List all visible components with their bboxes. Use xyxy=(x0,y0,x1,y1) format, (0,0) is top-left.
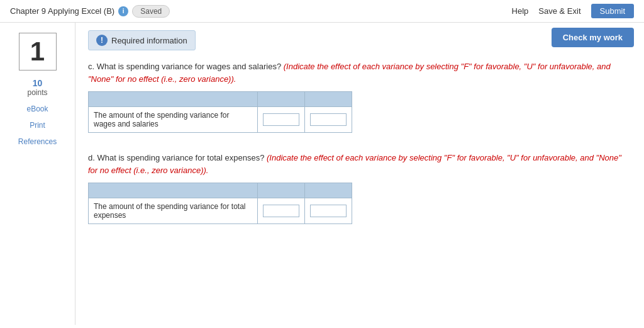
points-number: 10 xyxy=(27,78,47,88)
required-text: Required information xyxy=(111,36,187,45)
exclamation-icon: ! xyxy=(96,35,108,46)
question-number: 1 xyxy=(30,37,45,67)
question-d-section: d. What is spending variance for total e… xyxy=(88,152,631,224)
top-bar-left: Chapter 9 Applying Excel (B) i Saved xyxy=(10,5,170,18)
input-d-1[interactable] xyxy=(263,205,299,217)
row-label-c: The amount of the spending variance for … xyxy=(89,107,258,133)
table-row: The amount of the spending variance for … xyxy=(89,107,352,133)
required-banner: ! Required information xyxy=(88,30,196,50)
sidebar: 1 10 points eBook Print References xyxy=(0,23,75,325)
chapter-title: Chapter 9 Applying Excel (B) xyxy=(10,6,114,16)
col-d-header-label xyxy=(89,183,258,198)
help-link[interactable]: Help xyxy=(512,6,529,16)
input-d-2[interactable] xyxy=(310,205,347,217)
submit-button[interactable]: Submit xyxy=(591,4,634,18)
main-layout: 1 10 points eBook Print References Check… xyxy=(0,23,644,325)
ebook-link[interactable]: eBook xyxy=(26,105,48,113)
question-c-text: c. What is spending variance for wages a… xyxy=(88,60,631,85)
col-header-2 xyxy=(305,92,352,107)
col-header-label xyxy=(89,92,258,107)
references-link[interactable]: References xyxy=(18,137,57,146)
input-c-col1[interactable] xyxy=(258,107,305,133)
question-d-text: d. What is spending variance for total e… xyxy=(88,152,631,176)
question-c-section: c. What is spending variance for wages a… xyxy=(88,60,631,133)
top-bar: Chapter 9 Applying Excel (B) i Saved Hel… xyxy=(0,0,644,23)
points-label: 10 points xyxy=(27,78,47,97)
input-c-1[interactable] xyxy=(263,113,299,126)
info-icon[interactable]: i xyxy=(118,6,128,16)
input-c-2[interactable] xyxy=(310,113,347,126)
saved-badge: Saved xyxy=(132,5,170,18)
table-row: The amount of the spending variance for … xyxy=(89,198,352,224)
col-d-header-2 xyxy=(305,183,352,198)
col-d-header-1 xyxy=(258,183,305,198)
content-area: Check my work ! Required information c. … xyxy=(75,23,644,325)
input-d-col2[interactable] xyxy=(305,198,352,224)
question-number-box: 1 xyxy=(19,33,57,71)
print-link[interactable]: Print xyxy=(30,121,45,130)
input-d-col1[interactable] xyxy=(258,198,305,224)
row-label-d: The amount of the spending variance for … xyxy=(89,198,258,224)
points-text: points xyxy=(27,88,47,97)
question-c-table: The amount of the spending variance for … xyxy=(88,91,352,133)
check-my-work-button[interactable]: Check my work xyxy=(552,28,634,47)
save-exit-link[interactable]: Save & Exit xyxy=(538,6,580,16)
question-d-table: The amount of the spending variance for … xyxy=(88,183,352,224)
input-c-col2[interactable] xyxy=(305,107,352,133)
top-bar-right: Help Save & Exit Submit xyxy=(512,4,634,18)
col-header-1 xyxy=(258,92,305,107)
